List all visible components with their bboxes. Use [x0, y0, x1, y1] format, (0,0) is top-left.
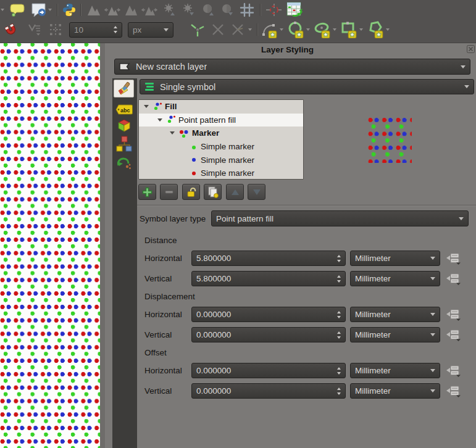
distance-horizontal-unit-combo[interactable]: Millimeter	[350, 251, 440, 266]
shape-regular-polygon-button[interactable]	[367, 22, 383, 38]
tab-3d-view[interactable]	[114, 117, 134, 135]
spin-up-icon[interactable]	[337, 255, 341, 257]
offset-horizontal-spinbox[interactable]: 0.000000	[191, 363, 346, 378]
raster-contrast-extent-button[interactable]	[141, 2, 157, 18]
raster-stretch-button[interactable]	[86, 2, 102, 18]
data-defined-override-icon	[445, 328, 462, 341]
move-layer-up-button[interactable]	[226, 184, 244, 200]
snap-unit-combo[interactable]: px	[128, 22, 173, 38]
tree-row-simple-marker-blue[interactable]: Simple marker	[139, 153, 303, 167]
lock-symbol-layer-button[interactable]	[182, 184, 200, 200]
symbol-layer-type-combo[interactable]: Point pattern fill	[211, 210, 469, 226]
tree-row-simple-marker-green[interactable]: Simple marker	[139, 140, 303, 154]
move-layer-down-button[interactable]	[248, 184, 265, 200]
self-snapping-icon	[49, 23, 62, 36]
map-canvas[interactable]	[0, 43, 105, 448]
displacement-vertical-unit-combo[interactable]: Millimeter	[350, 327, 440, 342]
tree-row-simple-marker-red[interactable]: Simple marker	[139, 167, 303, 180]
renderer-selector-combo[interactable]: Single symbol	[140, 79, 474, 94]
text-annotation-button[interactable]	[30, 2, 46, 18]
add-symbol-layer-button[interactable]	[138, 184, 156, 200]
shape-dropdown-arrow[interactable]	[280, 28, 283, 31]
new-grid-button[interactable]	[239, 2, 255, 18]
distance-vertical-override-button[interactable]	[445, 272, 462, 285]
minus-icon	[164, 187, 174, 197]
displacement-horizontal-unit-combo[interactable]: Millimeter	[350, 307, 440, 322]
spin-down-icon[interactable]	[337, 392, 341, 395]
shape-circle-button[interactable]	[288, 22, 304, 38]
delete-part-button[interactable]	[230, 22, 246, 38]
displacement-horizontal-override-button[interactable]	[445, 308, 462, 321]
raster-stretch-extent-button[interactable]	[104, 2, 120, 18]
spin-up-icon[interactable]	[337, 275, 341, 278]
expander-icon[interactable]	[157, 118, 162, 122]
displacement-section-label: Displacement	[144, 292, 195, 301]
offset-section-label: Offset	[144, 348, 167, 357]
tab-history[interactable]	[114, 154, 134, 172]
svg-text:abc: abc	[120, 107, 130, 114]
spin-down-icon[interactable]	[337, 336, 341, 339]
spin-down-icon[interactable]	[337, 260, 341, 262]
expander-icon[interactable]	[170, 131, 175, 135]
offset-vertical-override-button[interactable]	[445, 384, 462, 397]
spin-up-icon[interactable]	[337, 311, 341, 313]
duplicate-symbol-layer-button[interactable]	[204, 184, 222, 200]
spin-down-icon[interactable]	[337, 280, 341, 283]
snapping-options-icon	[27, 22, 43, 37]
tree-row-point-pattern-fill[interactable]: Point pattern fill	[139, 114, 303, 127]
shape-rectangle-button[interactable]	[341, 22, 357, 38]
panel-close-button[interactable]	[466, 44, 475, 54]
shape-circular-string-button[interactable]	[261, 22, 277, 38]
delete-dropdown-arrow[interactable]	[248, 28, 252, 31]
spin-up-icon[interactable]	[337, 367, 341, 370]
snap-tolerance-spinbox[interactable]: 10	[69, 22, 122, 38]
attribute-table-button[interactable]	[286, 2, 303, 18]
tab-diagrams[interactable]	[114, 135, 134, 152]
snapping-options-button[interactable]	[27, 22, 43, 38]
shape-dropdown-arrow[interactable]	[386, 28, 390, 31]
self-snapping-button[interactable]	[48, 22, 64, 38]
distance-horizontal-override-button[interactable]	[445, 252, 462, 265]
tree-row-fill[interactable]: Fill	[139, 100, 303, 114]
python-console-button[interactable]	[61, 2, 77, 18]
spin-up-icon[interactable]	[114, 26, 117, 28]
tree-row-marker[interactable]: Marker	[139, 127, 303, 140]
contrast-down-button[interactable]	[219, 2, 235, 18]
spin-up-icon[interactable]	[337, 388, 341, 390]
brightness-down-button[interactable]	[180, 2, 196, 18]
spin-down-icon[interactable]	[337, 316, 341, 318]
offset-vertical-unit-combo[interactable]: Millimeter	[350, 383, 440, 399]
crosshair-button[interactable]	[265, 2, 282, 18]
raster-contrast-button[interactable]	[123, 2, 139, 18]
shape-dropdown-arrow[interactable]	[306, 28, 310, 31]
spin-up-icon[interactable]	[337, 331, 341, 334]
displacement-horizontal-spinbox[interactable]: 0.000000	[191, 307, 346, 322]
tab-labels[interactable]: abc	[114, 101, 134, 118]
expander-icon[interactable]	[144, 105, 149, 108]
distance-horizontal-spinbox[interactable]: 5.800000	[191, 251, 346, 266]
map-tips-button[interactable]	[10, 2, 26, 18]
offset-horizontal-unit-combo[interactable]: Millimeter	[350, 363, 440, 378]
shape-ellipse-button[interactable]	[314, 22, 330, 38]
delete-vertex-button[interactable]	[210, 22, 226, 38]
displacement-vertical-spinbox[interactable]: 0.000000	[191, 327, 346, 342]
snapping-magnet-button[interactable]	[3, 22, 19, 38]
distance-vertical-spinbox[interactable]: 5.800000	[191, 271, 346, 286]
shape-dropdown-arrow[interactable]	[333, 28, 336, 31]
annotation-dropdown-arrow[interactable]	[48, 9, 52, 11]
displacement-vertical-override-button[interactable]	[445, 328, 462, 341]
displacement-horizontal-label: Horizontal	[144, 310, 182, 319]
contrast-up-button[interactable]	[200, 2, 216, 18]
spin-down-icon[interactable]	[114, 31, 117, 33]
shape-dropdown-arrow[interactable]	[359, 28, 363, 31]
spin-down-icon[interactable]	[337, 372, 341, 375]
tab-symbology[interactable]	[114, 80, 134, 97]
offset-vertical-spinbox[interactable]: 0.000000	[191, 383, 346, 399]
overflow-arrow[interactable]	[1, 9, 4, 11]
remove-symbol-layer-button[interactable]	[160, 184, 178, 200]
distance-vertical-unit-combo[interactable]: Millimeter	[350, 271, 440, 286]
vertex-tool-button[interactable]	[190, 22, 206, 38]
brightness-up-button[interactable]	[161, 2, 177, 18]
offset-horizontal-override-button[interactable]	[445, 364, 462, 377]
layer-selector-combo[interactable]: New scratch layer	[114, 59, 470, 75]
